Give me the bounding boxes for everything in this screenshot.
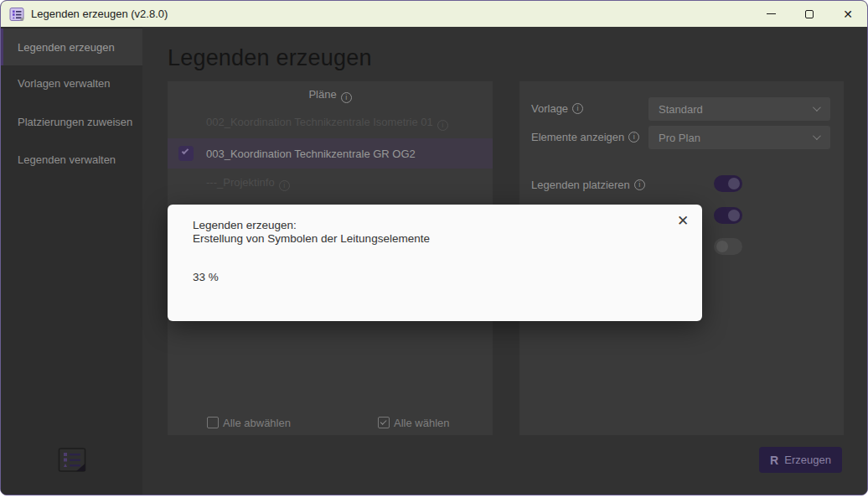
close-icon: ✕ — [843, 8, 853, 20]
dialog-close-button[interactable]: ✕ — [672, 210, 694, 231]
plan-row-label: ---_Projektinfoi — [168, 176, 290, 191]
titlebar: Legenden erzeugen (v2.8.0) ✕ — [1, 1, 867, 27]
progress-percentage: 33 % — [193, 271, 219, 283]
sidebar-item-platzierungen-zuweisen[interactable]: Platzierungen zuweisen — [1, 103, 142, 140]
select-all-label[interactable]: Alle wählen — [394, 417, 450, 429]
window-controls: ✕ — [752, 1, 867, 27]
plan-checkbox-checked[interactable] — [178, 146, 194, 161]
info-icon[interactable]: i — [634, 179, 645, 190]
toggle-2[interactable] — [714, 207, 742, 224]
plan-row-label: 003_Koordination Technikzentrale GR OG2 — [168, 148, 416, 160]
maximize-button[interactable] — [790, 1, 829, 27]
dialog-message-line2: Erstellung von Symbolen der Leitungselem… — [193, 232, 430, 246]
plan-row-projektinfo[interactable]: ---_Projektinfoi — [168, 169, 493, 199]
content-area: Legenden erzeugen Vorlagen verwalten Pla… — [1, 27, 867, 495]
info-icon[interactable]: i — [341, 92, 352, 103]
select-all-checkbox[interactable] — [378, 417, 390, 428]
check-icon — [380, 418, 386, 424]
vorlage-value: Standard — [659, 103, 703, 116]
sidebar-item-label: Vorlagen verwalten — [18, 77, 111, 90]
plans-header-label: Pläne — [308, 88, 336, 101]
sidebar-item-label: Platzierungen zuweisen — [18, 116, 132, 128]
check-icon — [182, 148, 189, 154]
plan-row-003[interactable]: 003_Koordination Technikzentrale GR OG2 — [168, 138, 493, 169]
sidebar-item-vorlagen-verwalten[interactable]: Vorlagen verwalten — [1, 65, 142, 101]
dialog-message-line1: Legenden erzeugen: — [193, 219, 430, 232]
progress-dialog: ✕ Legenden erzeugen: Erstellung von Symb… — [168, 205, 702, 321]
sidebar-item-legenden-verwalten[interactable]: Legenden verwalten — [1, 141, 142, 178]
toggle-3[interactable] — [714, 238, 742, 255]
elemente-dropdown[interactable]: Pro Plan — [648, 126, 830, 149]
revit-icon: R — [770, 454, 778, 467]
info-icon[interactable]: i — [572, 103, 583, 114]
info-icon[interactable]: i — [437, 120, 448, 131]
plan-row-label: 002_Koordination Technikzentrale Isometr… — [168, 116, 448, 131]
plan-row-002[interactable]: 002_Koordination Technikzentrale Isometr… — [168, 108, 493, 138]
chevron-down-icon — [813, 103, 821, 112]
sidebar-item-label: Legenden erzeugen — [18, 41, 115, 54]
elemente-value: Pro Plan — [659, 132, 700, 144]
minimize-button[interactable] — [752, 1, 790, 27]
info-icon[interactable]: i — [279, 180, 290, 191]
close-button[interactable]: ✕ — [829, 1, 867, 27]
app-list-icon — [9, 7, 24, 22]
dialog-message: Legenden erzeugen: Erstellung von Symbol… — [193, 219, 430, 246]
toggle-knob — [716, 241, 728, 252]
toggle-knob — [728, 178, 740, 189]
page-title: Legenden erzeugen — [168, 45, 372, 71]
vorlage-label: Vorlagei — [531, 102, 583, 115]
platzieren-label: Legenden platziereni — [531, 179, 645, 191]
erzeugen-button-label: Erzeugen — [784, 454, 831, 466]
maximize-icon — [805, 10, 814, 18]
toggle-knob — [728, 210, 740, 221]
window-title: Legenden erzeugen (v2.8.0) — [31, 8, 168, 20]
select-controls-row: Alle abwählen Alle wählen — [168, 416, 493, 431]
erzeugen-button[interactable]: R Erzeugen — [759, 447, 842, 473]
sidebar-item-label: Legenden verwalten — [18, 153, 116, 166]
legend-logo-icon — [58, 448, 86, 473]
legenden-platzieren-toggle[interactable] — [714, 175, 742, 192]
deselect-all-label[interactable]: Alle abwählen — [223, 417, 291, 429]
app-window: Legenden erzeugen (v2.8.0) ✕ Legenden er… — [0, 0, 868, 495]
info-icon[interactable]: i — [628, 132, 639, 143]
deselect-all-checkbox[interactable] — [207, 417, 219, 428]
sidebar-item-legenden-erzeugen[interactable]: Legenden erzeugen — [1, 29, 142, 65]
elemente-label: Elemente anzeigeni — [531, 131, 639, 143]
close-icon: ✕ — [677, 212, 689, 230]
plans-header: Plänei — [168, 88, 493, 103]
sidebar: Legenden erzeugen Vorlagen verwalten Pla… — [1, 27, 142, 495]
chevron-down-icon — [813, 132, 821, 140]
minimize-icon — [767, 13, 776, 14]
vorlage-dropdown[interactable]: Standard — [648, 97, 830, 121]
